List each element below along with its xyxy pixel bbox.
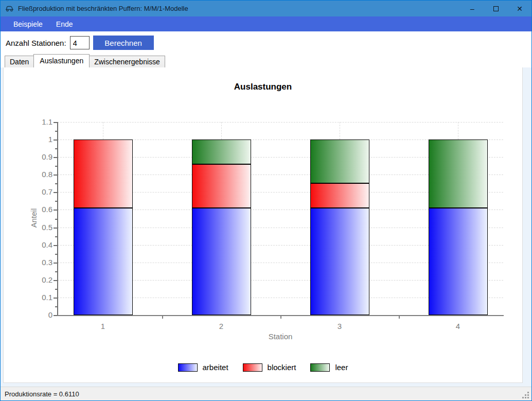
y-tick-minor	[55, 306, 57, 307]
x-tick	[162, 315, 163, 319]
y-tick-label: 0	[32, 310, 52, 319]
y-tick-major	[54, 157, 57, 158]
y-tick-label: 0.1	[32, 293, 52, 302]
x-axis-title: Station	[58, 332, 503, 341]
legend-swatch-arbeitet	[178, 363, 198, 372]
y-tick-label: 1	[32, 135, 52, 144]
legend-item-leer: leer	[310, 363, 348, 372]
x-tick	[399, 315, 400, 319]
x-tick	[280, 315, 281, 319]
y-tick-major	[54, 298, 57, 299]
y-tick-minor	[55, 289, 57, 290]
y-tick-label: 0.2	[32, 275, 52, 284]
tab-zwischenergebnisse[interactable]: Zwischenergebnisse	[89, 56, 165, 67]
tab-auslastungen[interactable]: Auslastungen	[33, 54, 90, 67]
y-tick-major	[54, 175, 57, 176]
tab-daten[interactable]: Daten	[5, 56, 34, 67]
y-tick-major	[54, 280, 57, 281]
app-icon	[5, 5, 14, 12]
close-button[interactable]: ✕	[508, 1, 531, 16]
y-tick-major	[54, 140, 57, 141]
minimize-button[interactable]: –	[460, 1, 484, 16]
y-tick-minor	[55, 254, 57, 255]
y-tick-major	[54, 210, 57, 211]
app-window: Fließproduktion mit beschränkten Puffern…	[0, 0, 532, 401]
y-tick-major	[54, 263, 57, 264]
tab-content: Auslastungen 00.10.20.30.40.50.60.70.80.…	[1, 67, 531, 387]
stations-label: Anzahl Stationen:	[6, 39, 66, 47]
x-category-label: 1	[74, 322, 133, 330]
legend-item-blockiert: blockiert	[243, 363, 296, 372]
y-axis-line	[57, 122, 58, 316]
y-tick-major	[54, 228, 57, 229]
resize-grip[interactable]	[522, 391, 529, 398]
y-tick-minor	[55, 148, 57, 149]
y-tick-major	[54, 122, 57, 123]
maximize-button[interactable]	[484, 1, 508, 16]
legend-label: blockiert	[268, 363, 296, 372]
y-tick-major	[54, 315, 57, 316]
bar-segment-arbeitet-station-2	[192, 208, 251, 315]
bar-segment-leer-station-3	[310, 140, 369, 183]
stations-input[interactable]	[70, 36, 90, 49]
x-category-label: 3	[310, 322, 369, 330]
gridline-v	[458, 122, 458, 140]
y-tick-minor	[55, 236, 57, 237]
legend-label: arbeitet	[203, 363, 228, 372]
y-tick-minor	[55, 201, 57, 202]
y-tick-major	[54, 192, 57, 193]
stacked-bar-chart: 00.10.20.30.40.50.60.70.80.911.11234Stat…	[4, 67, 522, 382]
maximize-icon	[493, 6, 499, 11]
toolbar: Anzahl Stationen: Berechnen	[1, 31, 531, 54]
menu-item-ende[interactable]: Ende	[49, 16, 80, 31]
y-tick-label: 0.8	[32, 170, 52, 179]
y-tick-minor	[55, 131, 57, 132]
status-text: Produktionsrate = 0.6110	[5, 390, 79, 398]
bar-segment-leer-station-2	[192, 140, 251, 164]
bar-segment-blockiert-station-2	[192, 164, 251, 208]
x-category-label: 4	[429, 322, 488, 330]
y-axis-title: Anteil	[29, 206, 38, 229]
compute-button[interactable]: Berechnen	[93, 36, 154, 50]
bar-segment-arbeitet-station-4	[429, 208, 488, 315]
y-tick-label: 0.7	[32, 187, 52, 196]
y-tick-major	[54, 245, 57, 246]
bar-segment-leer-station-4	[429, 140, 488, 208]
legend-label: leer	[335, 363, 348, 372]
statusbar: Produktionsrate = 0.6110	[1, 387, 531, 400]
bar-segment-blockiert-station-1	[74, 140, 133, 208]
y-tick-minor	[55, 271, 57, 272]
y-tick-label: 1.1	[32, 117, 52, 126]
bar-segment-arbeitet-station-1	[74, 208, 133, 315]
legend-item-arbeitet: arbeitet	[178, 363, 228, 372]
chart-legend: arbeitet blockiert leer	[4, 363, 522, 372]
tabstrip: Daten Auslastungen Zwischenergebnisse	[1, 54, 531, 67]
y-tick-minor	[55, 183, 57, 184]
legend-swatch-leer	[310, 363, 330, 372]
y-tick-label: 0.3	[32, 258, 52, 267]
y-tick-label: 0.9	[32, 152, 52, 161]
y-tick-minor	[55, 219, 57, 220]
titlebar: Fließproduktion mit beschränkten Puffern…	[1, 1, 531, 16]
gridline-v	[340, 122, 340, 140]
y-tick-minor	[55, 166, 57, 167]
bar-segment-arbeitet-station-3	[310, 208, 369, 315]
x-category-label: 2	[192, 322, 251, 330]
gridline-h	[58, 122, 503, 123]
gridline-v	[103, 122, 103, 140]
legend-swatch-blockiert	[243, 363, 262, 372]
menu-item-beispiele[interactable]: Beispiele	[7, 16, 49, 31]
y-tick-label: 0.4	[32, 240, 52, 249]
menubar: Beispiele Ende	[1, 16, 531, 31]
window-title: Fließproduktion mit beschränkten Puffern…	[18, 5, 460, 12]
gridline-v	[221, 122, 222, 140]
bar-segment-blockiert-station-3	[310, 183, 369, 207]
chart-panel: Auslastungen 00.10.20.30.40.50.60.70.80.…	[3, 67, 523, 383]
